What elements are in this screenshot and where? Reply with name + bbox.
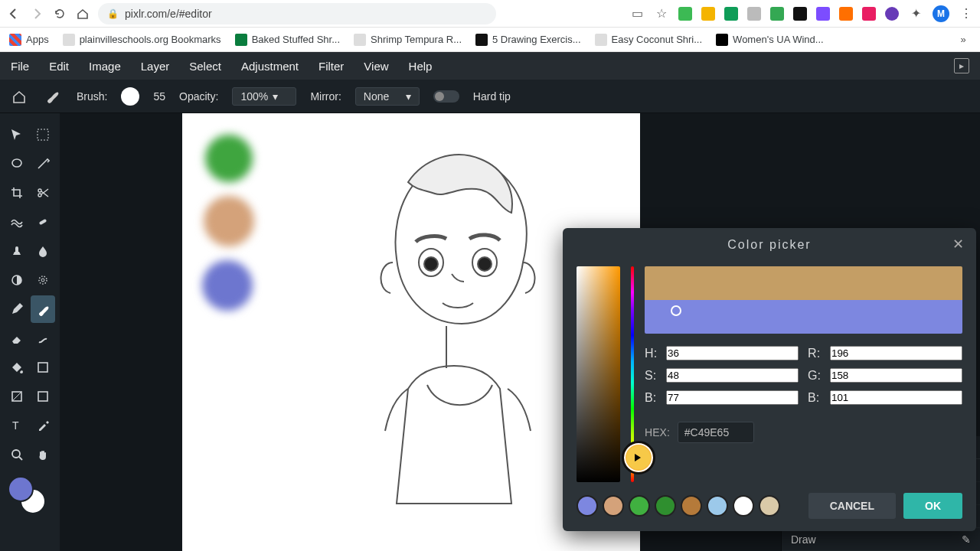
swatch[interactable] <box>655 495 676 517</box>
shape-tool[interactable] <box>31 354 55 381</box>
dodge-tool[interactable] <box>5 266 29 294</box>
star-icon[interactable]: ☆ <box>654 6 669 21</box>
r-input[interactable] <box>830 346 962 360</box>
bookmark-item[interactable]: 5 Drawing Exercis... <box>475 34 581 46</box>
brush-preview[interactable] <box>121 87 139 106</box>
heal-tool[interactable] <box>31 208 55 236</box>
swatch[interactable] <box>603 495 624 517</box>
bookmark-item[interactable]: Shrimp Tempura R... <box>354 34 462 46</box>
menu-edit[interactable]: Edit <box>49 60 69 73</box>
text-tool[interactable]: T <box>5 412 29 439</box>
bookmark-item[interactable]: Easy Coconut Shri... <box>595 34 703 46</box>
hue-slider[interactable] <box>631 266 634 482</box>
h-input[interactable] <box>666 346 799 360</box>
history-item[interactable]: Draw✎ <box>782 528 980 551</box>
extensions-icon[interactable]: ✦ <box>908 6 923 21</box>
toggle-panels-button[interactable]: ▸ <box>954 58 969 73</box>
crop-tool[interactable] <box>5 179 29 207</box>
bookmark-item[interactable]: Women's UA Wind... <box>716 34 824 46</box>
color-picker-header[interactable]: Color picker ✕ <box>563 228 976 262</box>
url-text: pixlr.com/e/#editor <box>125 8 212 20</box>
bookmark-apps[interactable]: Apps <box>9 34 49 46</box>
ext-icon[interactable] <box>816 7 830 21</box>
bookmark-item[interactable]: plainvilleschools.org Bookmarks <box>63 34 221 46</box>
zoom-tool[interactable] <box>5 441 29 468</box>
profile-avatar[interactable]: M <box>933 5 949 22</box>
cancel-button[interactable]: CANCEL <box>808 493 896 519</box>
color-wells[interactable] <box>5 474 55 520</box>
swatch[interactable] <box>681 495 702 517</box>
blue-input[interactable] <box>830 390 962 405</box>
ext-icon[interactable] <box>678 7 692 21</box>
kebab-menu-icon[interactable]: ⋮ <box>959 6 974 21</box>
marquee-tool[interactable] <box>31 121 55 148</box>
pen-tool[interactable] <box>5 295 29 323</box>
hex-input[interactable] <box>678 422 754 443</box>
blur-tool[interactable] <box>31 237 55 265</box>
eraser-tool[interactable] <box>5 324 29 352</box>
menu-image[interactable]: Image <box>89 60 121 73</box>
hue-cursor[interactable] <box>622 441 655 474</box>
ext-icon[interactable] <box>839 7 853 21</box>
b-input[interactable] <box>666 390 799 405</box>
sponge-tool[interactable] <box>31 266 55 294</box>
reload-button[interactable] <box>52 6 67 21</box>
swatch[interactable] <box>759 495 780 517</box>
smudge-tool[interactable] <box>31 324 55 352</box>
back-button[interactable] <box>6 6 21 21</box>
fill-tool[interactable] <box>5 354 29 381</box>
gradient-tool[interactable] <box>5 383 29 410</box>
mirror-select[interactable]: None▾ <box>355 87 420 106</box>
apps-icon <box>9 34 21 46</box>
sv-cursor[interactable] <box>671 305 681 316</box>
frame-tool[interactable] <box>31 383 55 410</box>
saturation-value-field[interactable] <box>577 266 620 482</box>
svg-point-5 <box>41 279 44 282</box>
ext-icon[interactable] <box>862 7 876 21</box>
menu-adjustment[interactable]: Adjustment <box>241 60 299 73</box>
wand-tool[interactable] <box>31 150 55 178</box>
menu-select[interactable]: Select <box>189 60 221 73</box>
bookmark-label: Women's UA Wind... <box>733 34 824 45</box>
menu-help[interactable]: Help <box>409 60 433 73</box>
menu-layer[interactable]: Layer <box>141 60 170 73</box>
move-tool[interactable] <box>5 121 29 148</box>
bookmark-item[interactable]: Baked Stuffed Shr... <box>235 34 340 46</box>
bookmark-label: Shrimp Tempura R... <box>371 34 462 45</box>
menu-file[interactable]: File <box>11 60 29 73</box>
foreground-color[interactable] <box>8 476 34 502</box>
ext-icon[interactable] <box>770 7 784 21</box>
lasso-tool[interactable] <box>5 150 29 178</box>
home-button[interactable] <box>75 6 90 21</box>
close-icon[interactable]: ✕ <box>952 236 965 253</box>
hand-tool[interactable] <box>31 441 55 468</box>
reader-icon[interactable]: ▭ <box>629 6 645 21</box>
swatch[interactable] <box>733 495 754 517</box>
ext-icon[interactable] <box>724 7 738 21</box>
s-input[interactable] <box>666 368 799 383</box>
g-input[interactable] <box>830 368 962 383</box>
swatch[interactable] <box>707 495 728 517</box>
home-icon[interactable] <box>9 86 29 106</box>
swatch[interactable] <box>629 495 650 517</box>
menu-filter[interactable]: Filter <box>318 60 344 73</box>
ext-icon[interactable] <box>747 7 761 21</box>
eyedropper-tool[interactable] <box>31 412 55 439</box>
ext-icon[interactable] <box>701 7 715 21</box>
sketch-illustration <box>335 129 565 527</box>
cutout-tool[interactable] <box>31 179 55 207</box>
brush-tool[interactable] <box>31 295 55 323</box>
ext-icon[interactable] <box>885 7 899 21</box>
forward-button[interactable] <box>29 6 44 21</box>
address-bar[interactable]: 🔒 pixlr.com/e/#editor <box>98 3 496 24</box>
ext-icon[interactable] <box>793 7 807 21</box>
hard-tip-toggle[interactable] <box>433 90 459 103</box>
clone-tool[interactable] <box>5 237 29 265</box>
ok-button[interactable]: OK <box>903 493 962 519</box>
brush-tool-icon[interactable] <box>43 86 63 106</box>
bookmarks-overflow-icon[interactable]: » <box>956 32 971 47</box>
opacity-select[interactable]: 100%▾ <box>232 87 296 106</box>
swatch[interactable] <box>577 495 598 517</box>
menu-view[interactable]: View <box>364 60 388 73</box>
liquify-tool[interactable] <box>5 208 29 236</box>
